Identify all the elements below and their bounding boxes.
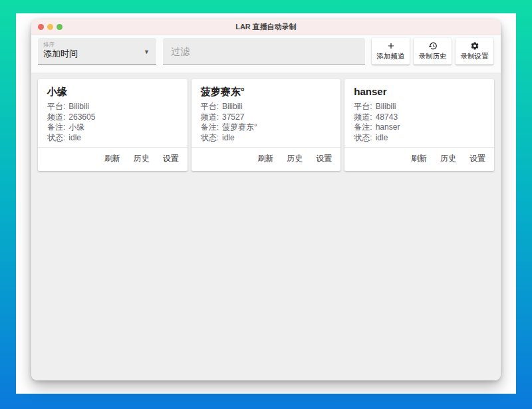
channel-card: 菠萝赛东° 平台:Bilibili 频道:37527 备注:菠萝赛东° 状态:i… [192,79,341,171]
traffic-lights [38,19,63,34]
history-action[interactable]: 历史 [134,153,150,164]
settings-action[interactable]: 设置 [163,153,179,164]
record-history-label: 录制历史 [419,52,447,61]
field-value: Bilibili [222,102,243,111]
desktop-background: LAR 直播自动录制 排序 添加时间 ▼ 添加频道 录制历史 [0,0,532,409]
channel-name: 菠萝赛东° [201,86,332,98]
field-label: 备注: [354,122,372,132]
record-history-button[interactable]: 录制历史 [414,38,452,65]
toolbar: 排序 添加时间 ▼ 添加频道 录制历史 录制设 [31,35,501,72]
titlebar: LAR 直播自动录制 [31,19,501,35]
field-label: 平台: [201,102,219,111]
window-title: LAR 直播自动录制 [31,22,501,32]
history-icon [428,41,438,51]
field-value: 263605 [68,112,95,122]
field-value: Bilibili [376,102,396,111]
card-body: hanser 平台:Bilibili 频道:48743 备注:hanser 状态… [344,79,494,147]
channel-list: 小缘 平台:Bilibili 频道:263605 备注:小缘 状态:idle 刷… [31,72,501,380]
field-value: 小缘 [68,122,84,132]
channel-card: hanser 平台:Bilibili 频道:48743 备注:hanser 状态… [344,79,494,171]
filter-input[interactable] [163,38,365,65]
card-actions: 刷新 历史 设置 [192,148,341,171]
card-body: 小缘 平台:Bilibili 频道:263605 备注:小缘 状态:idle [38,79,188,147]
card-body: 菠萝赛东° 平台:Bilibili 频道:37527 备注:菠萝赛东° 状态:i… [192,79,341,147]
channel-name: 小缘 [47,86,178,98]
add-channel-button[interactable]: 添加频道 [372,38,410,65]
field-value: idle [222,133,235,142]
close-button[interactable] [38,24,44,30]
field-value: 37527 [222,112,244,122]
field-label: 频道: [47,112,65,122]
record-settings-label: 录制设置 [461,52,489,61]
field-label: 状态: [47,133,65,142]
chevron-down-icon: ▼ [144,49,150,55]
field-value: hanser [376,122,400,132]
screenshot-backdrop: LAR 直播自动录制 排序 添加时间 ▼ 添加频道 录制历史 [16,13,516,394]
sort-select-value: 添加时间 [43,48,78,60]
refresh-action[interactable]: 刷新 [411,153,427,164]
field-label: 备注: [47,122,65,132]
sort-select[interactable]: 排序 添加时间 ▼ [38,38,156,65]
field-label: 状态: [201,133,219,142]
minimize-button[interactable] [47,24,53,30]
gear-icon [470,41,479,51]
channel-card: 小缘 平台:Bilibili 频道:263605 备注:小缘 状态:idle 刷… [38,79,188,171]
settings-action[interactable]: 设置 [316,153,332,164]
record-settings-button[interactable]: 录制设置 [456,38,493,65]
channel-name: hanser [354,86,485,98]
field-label: 频道: [201,112,219,122]
app-window: LAR 直播自动录制 排序 添加时间 ▼ 添加频道 录制历史 [31,19,501,380]
maximize-button[interactable] [57,24,63,30]
card-actions: 刷新 历史 设置 [344,148,494,171]
refresh-action[interactable]: 刷新 [257,153,273,164]
field-value: idle [376,133,388,142]
history-action[interactable]: 历史 [287,153,303,164]
field-label: 平台: [354,102,372,111]
field-value: idle [68,133,81,142]
field-label: 频道: [354,112,372,122]
field-label: 平台: [47,102,65,111]
plus-icon [386,41,396,51]
field-value: 48743 [376,112,398,122]
card-actions: 刷新 历史 设置 [38,148,188,171]
field-label: 备注: [201,122,219,132]
add-channel-label: 添加频道 [377,52,405,61]
field-value: Bilibili [68,102,89,111]
refresh-action[interactable]: 刷新 [104,153,120,164]
field-label: 状态: [354,133,372,142]
toolbar-buttons: 添加频道 录制历史 录制设置 [372,38,493,65]
settings-action[interactable]: 设置 [469,153,485,164]
history-action[interactable]: 历史 [440,153,456,164]
field-value: 菠萝赛东° [222,122,257,132]
